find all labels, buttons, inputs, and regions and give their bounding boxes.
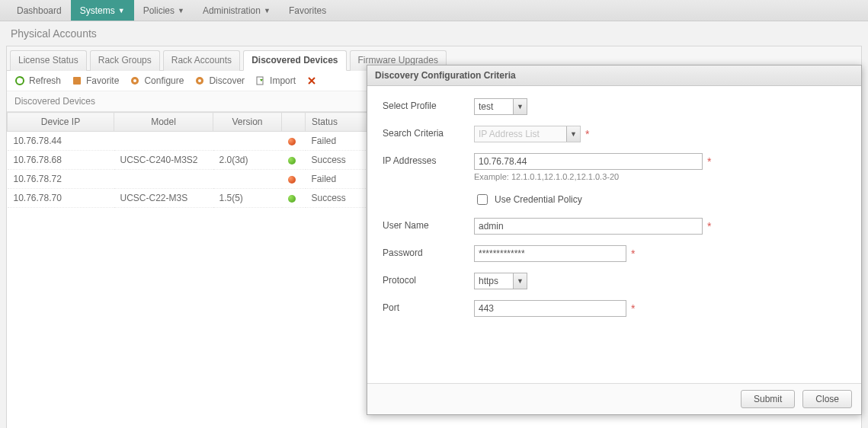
svg-rect-6 xyxy=(257,77,263,85)
cell-ip: 10.76.78.68 xyxy=(8,151,114,170)
tab-rack-groups[interactable]: Rack Groups xyxy=(90,50,160,71)
configure-label: Configure xyxy=(144,75,184,86)
cell-model xyxy=(114,170,213,189)
tab-rack-accounts[interactable]: Rack Accounts xyxy=(163,50,240,71)
delete-icon xyxy=(306,75,317,86)
password-field[interactable] xyxy=(474,245,626,262)
password-label: Password xyxy=(383,245,474,258)
required-marker: * xyxy=(631,302,635,315)
nav-administration[interactable]: Administration ▼ xyxy=(194,0,280,21)
modal-title: Discovery Configuration Criteria xyxy=(367,65,861,86)
favorite-button[interactable]: Favorite xyxy=(72,75,119,86)
tab-firmware-upgrades-label: Firmware Upgrades xyxy=(358,55,438,65)
close-button[interactable]: Close xyxy=(802,390,852,408)
use-credential-policy-checkbox[interactable] xyxy=(477,194,488,205)
use-credential-policy-label: Use Credential Policy xyxy=(495,194,582,205)
required-marker: * xyxy=(585,128,589,140)
chevron-down-icon: ▼ xyxy=(118,7,125,14)
required-marker: * xyxy=(707,155,711,168)
tab-discovered-devices[interactable]: Discovered Devices xyxy=(243,50,346,71)
tab-license-status-label: License Status xyxy=(18,55,78,65)
nav-administration-label: Administration xyxy=(203,5,261,16)
cell-version: 2.0(3d) xyxy=(213,151,282,170)
cell-status-icon xyxy=(282,170,306,189)
tab-license-status[interactable]: License Status xyxy=(10,50,87,71)
protocol-label: Protocol xyxy=(383,273,474,286)
col-status-icon[interactable] xyxy=(282,113,306,132)
cell-model xyxy=(114,132,213,151)
nav-systems-label: Systems xyxy=(80,5,115,16)
chevron-down-icon: ▼ xyxy=(178,7,184,14)
ip-example-text: Example: 12.1.0.1,12.1.0.2,12.1.0.3-20 xyxy=(474,172,619,181)
favorite-label: Favorite xyxy=(86,75,119,86)
chevron-down-icon: ▼ xyxy=(264,7,271,14)
nav-dashboard[interactable]: Dashboard xyxy=(8,0,71,21)
cell-status-icon xyxy=(282,132,306,151)
port-field[interactable] xyxy=(474,300,626,317)
search-criteria-dropdown[interactable]: IP Address List xyxy=(474,126,581,142)
cell-model: UCSC-C240-M3S2 xyxy=(114,151,213,170)
tab-rack-accounts-label: Rack Accounts xyxy=(171,55,232,65)
tab-discovered-devices-label: Discovered Devices xyxy=(251,55,338,65)
user-name-field[interactable] xyxy=(474,218,703,235)
import-icon xyxy=(255,75,266,86)
nav-favorites-label: Favorites xyxy=(289,5,326,16)
discover-label: Discover xyxy=(209,75,245,86)
configure-button[interactable]: Configure xyxy=(130,75,184,86)
cell-ip: 10.76.78.70 xyxy=(8,189,114,208)
protocol-dropdown[interactable]: https xyxy=(474,273,527,289)
col-version[interactable]: Version xyxy=(213,113,282,132)
col-device-ip[interactable]: Device IP xyxy=(8,113,114,132)
cell-ip: 10.76.78.44 xyxy=(8,132,114,151)
search-criteria-label: Search Criteria xyxy=(383,126,474,139)
col-model[interactable]: Model xyxy=(114,113,213,132)
discovery-config-modal: Discovery Configuration Criteria Select … xyxy=(367,65,862,415)
nav-policies-label: Policies xyxy=(143,5,175,16)
nav-dashboard-label: Dashboard xyxy=(17,5,62,16)
gear-icon xyxy=(130,75,140,86)
svg-point-5 xyxy=(198,79,201,82)
svg-rect-1 xyxy=(73,77,81,85)
nav-favorites[interactable]: Favorites xyxy=(280,0,335,21)
required-marker: * xyxy=(707,220,711,232)
cell-model: UCSC-C22-M3S xyxy=(114,189,213,208)
cell-status-icon xyxy=(282,151,306,170)
favorite-icon xyxy=(72,75,82,86)
status-dot-icon xyxy=(288,195,296,203)
ip-addresses-label: IP Addresses xyxy=(383,153,474,166)
status-dot-icon xyxy=(288,138,296,145)
page-title: Physical Accounts xyxy=(0,21,868,46)
modal-footer: Submit Close xyxy=(367,383,861,414)
refresh-button[interactable]: Refresh xyxy=(14,75,61,86)
svg-point-3 xyxy=(133,79,136,82)
discover-icon xyxy=(194,75,205,86)
delete-button[interactable] xyxy=(306,75,317,86)
modal-body: Select Profile test ▼ Search Criteria xyxy=(367,86,861,383)
status-dot-icon xyxy=(288,176,296,184)
required-marker: * xyxy=(631,248,635,260)
cell-version xyxy=(213,132,282,151)
select-profile-label: Select Profile xyxy=(383,98,474,111)
top-nav: Dashboard Systems ▼ Policies ▼ Administr… xyxy=(0,0,868,21)
cell-version: 1.5(5) xyxy=(213,189,282,208)
cell-ip: 10.76.78.72 xyxy=(8,170,114,189)
refresh-icon xyxy=(14,75,25,86)
nav-policies[interactable]: Policies ▼ xyxy=(134,0,194,21)
status-dot-icon xyxy=(288,157,296,164)
discover-button[interactable]: Discover xyxy=(194,75,245,86)
tab-rack-groups-label: Rack Groups xyxy=(98,55,152,65)
select-profile-dropdown[interactable]: test xyxy=(474,98,527,115)
import-button[interactable]: Import xyxy=(255,75,296,86)
port-label: Port xyxy=(383,300,474,313)
user-name-label: User Name xyxy=(383,218,474,231)
refresh-label: Refresh xyxy=(29,75,61,86)
cell-status-icon xyxy=(282,189,306,208)
nav-systems[interactable]: Systems ▼ xyxy=(71,0,134,21)
cell-version xyxy=(213,170,282,189)
import-label: Import xyxy=(270,75,296,86)
submit-button[interactable]: Submit xyxy=(741,390,795,408)
ip-addresses-field[interactable] xyxy=(474,153,703,170)
